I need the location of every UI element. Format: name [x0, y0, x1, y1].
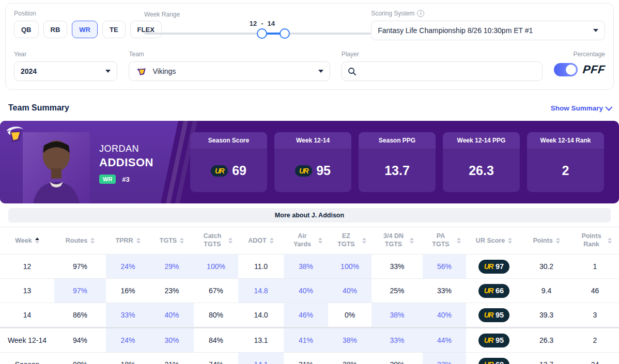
column-label: 3/4 DN TGTS — [381, 232, 407, 248]
table-row[interactable]: Week 12-1494%24%30%84%13.141%38%33%44%UR… — [0, 327, 619, 353]
ur-logo-icon: UR — [484, 336, 493, 344]
stat-card-value: UR95 — [274, 149, 351, 192]
team-select[interactable]: Vikings — [129, 61, 330, 81]
info-icon[interactable]: i — [417, 10, 424, 17]
stat-card: Week 12-14 Rank2 — [527, 132, 604, 192]
ur-score-value: 69 — [496, 360, 504, 364]
column-label: Air Yards — [289, 232, 315, 248]
position-button-rb[interactable]: RB — [43, 21, 68, 38]
sort-icon[interactable] — [35, 238, 39, 244]
sort-icon[interactable] — [318, 238, 322, 244]
stat-card: Season PPG13.7 — [359, 132, 436, 192]
position-button-qb[interactable]: QB — [14, 21, 39, 38]
page: Position QBRBWRTEFLEX Week Range 12 - 14 — [0, 3, 619, 364]
slider-handle-start[interactable] — [257, 28, 267, 39]
stat-card-value: 13.7 — [359, 149, 436, 192]
sort-icon[interactable] — [508, 238, 512, 244]
player-search — [342, 61, 543, 81]
column-label: EZ TGTS — [333, 232, 359, 248]
stat-cell: 31% — [284, 353, 328, 364]
stat-cell: 24% — [106, 328, 150, 352]
stat-card-value: 2 — [527, 149, 604, 192]
week-cell: 14 — [0, 303, 54, 327]
sort-icon[interactable] — [270, 238, 274, 244]
sort-icon[interactable] — [228, 238, 233, 244]
stat-cell: 33% — [106, 303, 150, 327]
ur-score-badge: UR95 — [478, 334, 509, 347]
stat-cell: 33% — [372, 255, 423, 278]
column-header-pa-tgts[interactable]: PA TGTS — [423, 227, 466, 254]
column-header-air-yards[interactable]: Air Yards — [284, 227, 328, 254]
stat-cell: 84% — [194, 328, 238, 352]
player-name-block: JORDAN ADDISON WR #3 — [99, 144, 153, 184]
player-label: Player — [342, 51, 543, 58]
points-rank-cell: 1 — [571, 255, 619, 278]
sort-icon[interactable] — [556, 238, 560, 244]
percentage-toggle[interactable] — [554, 63, 578, 76]
column-header-catch-tgts[interactable]: Catch TGTS — [194, 227, 238, 254]
sort-icon[interactable] — [457, 238, 461, 244]
ur-score-value: 97 — [496, 262, 504, 271]
year-label: Year — [14, 51, 117, 58]
column-label: UR Score — [476, 237, 505, 244]
position-label: Position — [14, 10, 144, 17]
week-range-to: 14 — [268, 20, 275, 27]
show-summary-link[interactable]: Show Summary — [551, 104, 611, 112]
column-header-adot[interactable]: ADOT — [238, 227, 284, 254]
stat-cell: 21% — [150, 353, 194, 364]
slider-handle-end[interactable] — [280, 28, 290, 39]
stat-cell: 32% — [423, 353, 466, 364]
points-cell: 13.7 — [522, 353, 571, 364]
filter-row-1: Position QBRBWRTEFLEX Week Range 12 - 14 — [14, 10, 605, 43]
ur-score-badge: UR97 — [478, 260, 509, 274]
year-select[interactable]: 2024 — [14, 61, 117, 81]
column-header-3-4-dn-tgts[interactable]: 3/4 DN TGTS — [372, 227, 423, 254]
column-header-points-rank[interactable]: Points Rank — [571, 227, 619, 254]
sort-icon[interactable] — [608, 238, 612, 244]
column-header-ur-score[interactable]: UR Score — [466, 227, 522, 254]
stat-card-label: Week 12-14 — [274, 132, 351, 149]
column-header-tgts[interactable]: TGTS — [150, 227, 194, 254]
stat-card-label: Season PPG — [359, 132, 436, 149]
stat-cell: 23% — [150, 279, 194, 303]
week-range-slider[interactable]: 12 - 14 — [144, 22, 371, 43]
sort-icon[interactable] — [136, 238, 141, 244]
scoring-system-select[interactable]: Fantasy Life Championship 8/26 10:30pm E… — [371, 21, 605, 40]
ur-score-badge: UR69 — [478, 358, 509, 364]
column-header-tprr[interactable]: TPRR — [106, 227, 150, 254]
ur-score-cell: UR66 — [466, 279, 522, 303]
stat-cell: 25% — [372, 279, 423, 303]
column-header-week[interactable]: Week — [0, 227, 54, 254]
column-header-points[interactable]: Points — [522, 227, 571, 254]
stat-card: Week 12-14 PPG26.3 — [443, 132, 520, 192]
stat-cell: 44% — [423, 328, 466, 352]
column-header-routes[interactable]: Routes — [54, 227, 106, 254]
stat-cell: 33% — [423, 279, 466, 303]
team-value: Vikings — [152, 67, 314, 75]
table-row[interactable]: 1397%16%23%67%14.840%40%25%33%UR669.446 — [0, 279, 619, 303]
stat-cell: 18% — [106, 353, 150, 364]
sort-icon[interactable] — [362, 238, 366, 244]
sort-icon[interactable] — [410, 238, 414, 244]
table-row[interactable]: 1486%33%40%80%14.046%0%38%40%UR9539.33 — [0, 303, 619, 327]
position-button-wr[interactable]: WR — [72, 21, 98, 38]
column-label: Week — [15, 237, 32, 244]
ur-score-cell: UR95 — [466, 328, 522, 352]
position-filter: Position QBRBWRTEFLEX — [14, 10, 144, 38]
ur-logo-icon: UR — [484, 311, 493, 319]
table-row[interactable]: 1297%24%29%100%11.038%100%33%56%UR9730.2… — [0, 255, 619, 279]
position-button-te[interactable]: TE — [102, 21, 126, 38]
sort-icon[interactable] — [180, 238, 184, 244]
points-cell: 30.2 — [522, 255, 571, 278]
player-filter: Player — [342, 51, 543, 81]
sort-icon[interactable] — [90, 238, 95, 244]
column-header-ez-tgts[interactable]: EZ TGTS — [328, 227, 372, 254]
team-summary-header: Team Summary Show Summary — [8, 103, 611, 113]
more-about-button[interactable]: More about J. Addison — [8, 208, 611, 223]
stat-card-label: Week 12-14 PPG — [443, 132, 520, 149]
player-photo — [23, 132, 90, 203]
table-row[interactable]: Season90%18%21%74%14.131%28%20%32%UR6913… — [0, 353, 619, 364]
stat-card: Week 12-14UR95 — [274, 132, 351, 192]
player-search-input[interactable] — [360, 67, 536, 75]
search-icon — [348, 67, 356, 75]
